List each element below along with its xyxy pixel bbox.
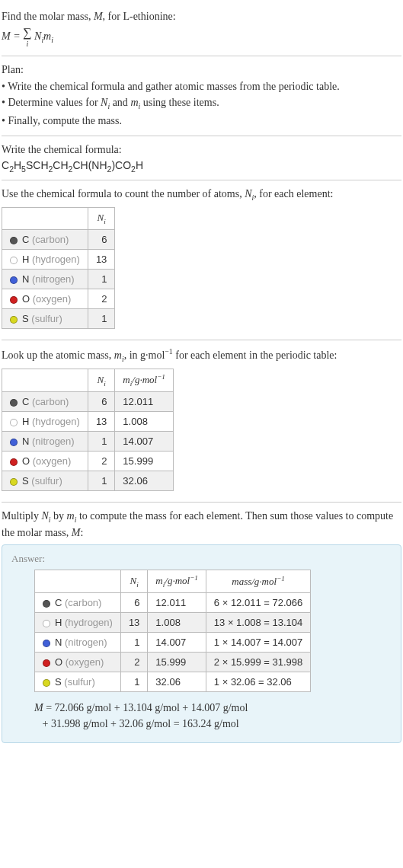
element-dot-icon — [10, 257, 18, 264]
mi-cell: 1.008 — [148, 613, 206, 633]
lookup-th-ni: Ni — [88, 369, 114, 392]
ni-cell: 2 — [88, 289, 114, 308]
element-symbol: H — [22, 416, 29, 427]
plan-bullet-1: • Write the chemical formula and gather … — [2, 79, 401, 94]
element-dot-icon — [10, 399, 18, 407]
element-name: (oxygen) — [33, 455, 72, 467]
answer-th-blank — [35, 570, 121, 593]
element-symbol: H — [22, 254, 29, 265]
element-dot-icon — [10, 419, 18, 426]
intro-section: Find the molar mass, M, for L-ethionine:… — [2, 3, 401, 56]
count-header: Use the chemical formula to count the nu… — [2, 187, 401, 203]
element-dot-icon — [43, 659, 50, 667]
mi-cell: 15.999 — [115, 452, 173, 471]
element-name: (carbon) — [32, 396, 69, 407]
table-row: N (nitrogen)1 — [2, 269, 115, 289]
mi-cell: 14.007 — [148, 633, 206, 653]
element-cell: C (carbon) — [2, 392, 88, 412]
element-cell: C (carbon) — [35, 593, 121, 613]
mi-cell: 12.011 — [115, 392, 173, 412]
mass-cell: 1 × 32.06 = 32.06 — [206, 672, 310, 692]
mi-cell: 15.999 — [148, 653, 206, 672]
element-symbol: C — [22, 234, 29, 245]
count-section: Use the chemical formula to count the nu… — [2, 180, 401, 340]
element-symbol: C — [22, 396, 29, 407]
mass-cell: 1 × 14.007 = 14.007 — [206, 633, 310, 653]
element-symbol: O — [55, 656, 62, 668]
answer-label: Answer: — [11, 553, 392, 565]
table-row: S (sulfur)132.061 × 32.06 = 32.06 — [35, 672, 311, 692]
element-name: (nitrogen) — [32, 273, 75, 285]
ni-cell: 1 — [88, 269, 114, 289]
plan-bullet-2: • Determine values for Ni and mi using t… — [2, 95, 401, 112]
ni-cell: 1 — [120, 672, 147, 692]
element-cell: H (hydrogen) — [2, 249, 88, 269]
element-dot-icon — [10, 316, 18, 324]
answer-table: Ni mi/g·mol−1 mass/g·mol−1 C (carbon)612… — [34, 570, 311, 692]
table-row: S (sulfur)132.06 — [2, 471, 174, 491]
element-cell: S (sulfur) — [35, 672, 121, 692]
element-name: (carbon) — [65, 597, 101, 608]
count-th-blank — [2, 208, 88, 230]
element-symbol: O — [22, 293, 30, 305]
element-symbol: S — [22, 475, 29, 487]
lookup-table: Ni mi/g·mol−1 C (carbon)612.011H (hydrog… — [2, 369, 174, 491]
element-symbol: S — [55, 676, 62, 688]
element-cell: S (sulfur) — [2, 308, 88, 328]
plan-bullet-3: • Finally, compute the mass. — [2, 113, 401, 129]
mi-cell: 32.06 — [148, 672, 206, 692]
element-symbol: N — [22, 273, 29, 285]
mi-cell: 12.011 — [148, 593, 206, 613]
element-dot-icon — [43, 620, 50, 627]
element-dot-icon — [43, 640, 50, 647]
element-dot-icon — [43, 600, 50, 608]
count-th-ni: Ni — [88, 208, 114, 230]
ni-cell: 6 — [88, 229, 114, 249]
answer-th-ni: Ni — [120, 570, 147, 593]
table-row: H (hydrogen)131.008 — [2, 412, 174, 432]
ni-cell: 6 — [120, 593, 147, 613]
element-name: (hydrogen) — [32, 416, 80, 427]
multiply-header: Multiply Ni by mi to compute the mass fo… — [2, 509, 401, 540]
table-row: O (oxygen)2 — [2, 289, 115, 308]
element-name: (sulfur) — [64, 676, 94, 688]
ni-cell: 1 — [120, 633, 147, 653]
table-row: C (carbon)6 — [2, 229, 115, 249]
lookup-th-mi: mi/g·mol−1 — [115, 369, 173, 392]
element-name: (sulfur) — [31, 313, 62, 324]
mass-cell: 2 × 15.999 = 31.998 — [206, 653, 310, 672]
element-cell: O (oxygen) — [35, 653, 121, 672]
table-row: C (carbon)612.011 — [2, 392, 174, 412]
count-table: Ni C (carbon)6H (hydrogen)13N (nitrogen)… — [2, 207, 115, 329]
mi-cell: 14.007 — [115, 432, 173, 452]
mass-equation: M = 72.066 g/mol + 13.104 g/mol + 14.007… — [34, 700, 392, 732]
element-cell: O (oxygen) — [2, 289, 88, 308]
element-name: (nitrogen) — [65, 637, 107, 648]
element-dot-icon — [43, 679, 50, 687]
multiply-section: Multiply Ni by mi to compute the mass fo… — [2, 503, 401, 749]
element-name: (oxygen) — [66, 656, 104, 668]
element-symbol: O — [22, 455, 30, 467]
element-name: (hydrogen) — [32, 254, 80, 265]
element-dot-icon — [10, 237, 18, 244]
element-cell: N (nitrogen) — [2, 269, 88, 289]
element-symbol: N — [22, 436, 29, 447]
element-name: (hydrogen) — [65, 617, 113, 628]
element-dot-icon — [10, 458, 18, 466]
ni-cell: 2 — [88, 452, 114, 471]
answer-box: Answer: Ni mi/g·mol−1 mass/g·mol−1 C (ca… — [2, 544, 401, 743]
lookup-section: Look up the atomic mass, mi, in g·mol−1 … — [2, 340, 401, 503]
chem-formula-header: Write the chemical formula: — [2, 142, 401, 158]
answer-th-mass: mass/g·mol−1 — [206, 570, 310, 593]
element-name: (nitrogen) — [32, 436, 75, 447]
element-cell: N (nitrogen) — [35, 633, 121, 653]
chem-formula-section: Write the chemical formula: C2H5SCH2CH2C… — [2, 136, 401, 180]
ni-cell: 1 — [88, 308, 114, 328]
element-dot-icon — [10, 439, 18, 446]
element-cell: S (sulfur) — [2, 471, 88, 491]
ni-cell: 13 — [88, 249, 114, 269]
mass-cell: 6 × 12.011 = 72.066 — [206, 593, 310, 613]
table-row: H (hydrogen)131.00813 × 1.008 = 13.104 — [35, 613, 311, 633]
element-cell: H (hydrogen) — [35, 613, 121, 633]
ni-cell: 2 — [120, 653, 147, 672]
